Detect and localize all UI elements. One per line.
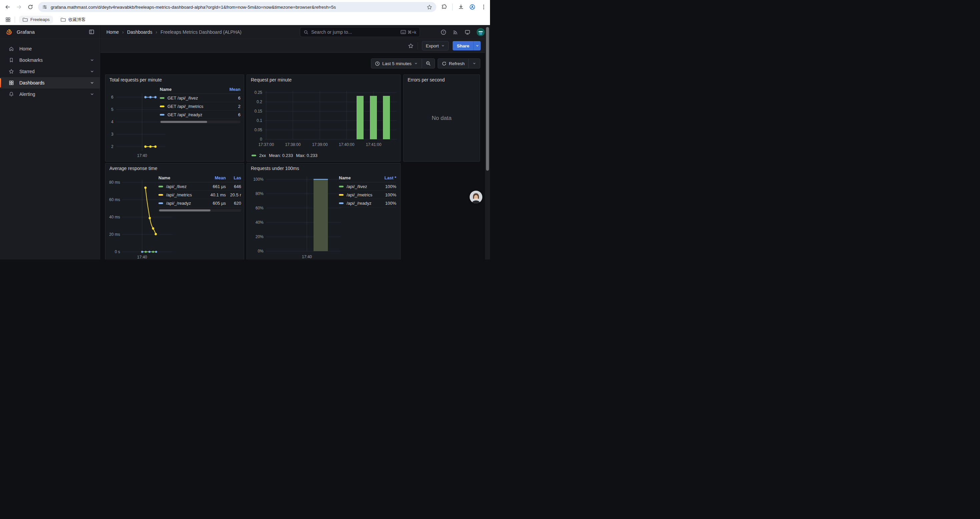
reload-icon[interactable] (27, 4, 33, 10)
series-name: /api/_/readyz (166, 201, 204, 206)
forward-icon[interactable] (16, 4, 22, 10)
series-name: /api/_/livez (166, 184, 204, 189)
legend-row[interactable]: /api/_/metrics 100% (339, 191, 396, 199)
legend-header-mean[interactable]: Mean (204, 175, 226, 180)
export-button[interactable]: Export (422, 41, 449, 50)
help-icon[interactable]: ? (441, 29, 446, 35)
bar-chart[interactable]: 0.25 0.2 0.15 0.1 0.05 0 17:37:00 17:38:… (249, 85, 399, 149)
legend-header-name[interactable]: Name (339, 175, 380, 180)
series-color-pill (251, 155, 256, 156)
user-avatar[interactable] (477, 28, 485, 36)
legend-row[interactable]: /api/_/livez 661 µs 646 (158, 182, 241, 191)
legend-scrollbar[interactable] (160, 121, 240, 123)
address-bar[interactable]: grafana.mathmast.com/d/deytv4rwavabkb/fr… (38, 2, 436, 12)
favorite-star-icon[interactable] (408, 43, 414, 49)
bookmark-star-icon[interactable] (426, 4, 432, 10)
sidebar-item-home[interactable]: Home (0, 43, 100, 54)
refresh-interval-button[interactable] (468, 59, 480, 68)
panel-title[interactable]: Request per minute (247, 75, 400, 83)
no-data-message: No data (432, 115, 452, 121)
panel-title[interactable]: Average response time (105, 163, 244, 171)
sidebar: Grafana Home Bookmarks Starred (0, 25, 100, 260)
chevron-down-icon[interactable] (90, 80, 94, 85)
legend-header-last[interactable]: Las (226, 175, 241, 180)
panel-title[interactable]: Errors per second (404, 75, 480, 83)
svg-text:?: ? (442, 30, 444, 34)
breadcrumb-separator: › (122, 29, 124, 35)
sidebar-item-bookmarks[interactable]: Bookmarks (0, 54, 100, 66)
folder-icon (60, 17, 66, 22)
download-icon[interactable] (458, 4, 464, 10)
news-rss-icon[interactable] (453, 29, 458, 35)
legend-header-mean[interactable]: Mean (224, 87, 240, 92)
search-shortcut: ⌘+k (401, 30, 416, 35)
legend-row[interactable]: /api/_/readyz 100% (339, 199, 396, 208)
collapse-sidebar-icon[interactable] (89, 29, 94, 35)
grafana-logo[interactable] (5, 29, 13, 36)
site-settings-icon[interactable] (42, 4, 48, 10)
svg-text:3: 3 (111, 132, 113, 137)
series-last: 100% (380, 192, 396, 197)
breadcrumb-home[interactable]: Home (107, 29, 119, 35)
svg-text:0.15: 0.15 (255, 109, 262, 113)
legend-row[interactable]: /api/_/livez 100% (339, 182, 396, 191)
chevron-down-icon[interactable] (90, 69, 94, 74)
browser-menu-icon[interactable] (480, 4, 487, 10)
breadcrumb-dashboards[interactable]: Dashboards (127, 29, 153, 35)
extensions-icon[interactable] (441, 4, 447, 10)
legend-scrollbar[interactable] (158, 209, 241, 212)
bookmark-folder-blogs[interactable]: 收藏博客 (57, 15, 89, 24)
svg-text:5: 5 (111, 107, 113, 112)
search-input[interactable]: Search or jump to... ⌘+k (300, 27, 420, 37)
profile-icon[interactable] (469, 4, 475, 10)
legend-inline[interactable]: 2xx Mean: 0.233 Max: 0.233 (251, 153, 318, 158)
bar-chart[interactable]: 100% 80% 60% 40% 20% 0% 17:40 (249, 172, 342, 260)
legend-row[interactable]: GET /api/_/livez 6 (160, 94, 240, 102)
chevron-down-icon[interactable] (90, 92, 94, 96)
chevron-down-icon[interactable] (90, 58, 94, 62)
back-icon[interactable] (5, 4, 11, 10)
series-name: GET /api/_/metrics (167, 104, 224, 109)
sidebar-item-dashboards[interactable]: Dashboards (0, 77, 100, 88)
url-text[interactable]: grafana.mathmast.com/d/deytv4rwavabkb/fr… (51, 5, 426, 10)
legend-row[interactable]: GET /api/_/metrics 2 (160, 102, 240, 110)
timeseries-chart[interactable]: 6 5 4 3 2 17:40 (107, 85, 167, 161)
legend-row[interactable]: /api/_/metrics 40.1 ms 20.5 r (158, 191, 241, 199)
sidebar-item-alerting[interactable]: Alerting (0, 88, 100, 100)
panel-title[interactable]: Requests under 100ms (247, 163, 400, 171)
svg-text:20 ms: 20 ms (109, 232, 120, 237)
legend-header-last[interactable]: Last * (380, 175, 396, 180)
sidebar-item-starred[interactable]: Starred (0, 66, 100, 77)
chevron-down-icon (414, 61, 418, 65)
legend-row[interactable]: /api/_/readyz 605 µs 620 (158, 199, 241, 208)
grafana-app: Grafana Home Bookmarks Starred (0, 25, 490, 260)
bookmark-folder-freeleaps[interactable]: Freeleaps (19, 16, 53, 24)
apps-grid-icon[interactable] (5, 17, 11, 22)
time-range-label: Last 5 minutes (382, 61, 412, 66)
svg-text:100%: 100% (253, 177, 264, 182)
share-button[interactable]: Share (453, 41, 480, 50)
refresh-button[interactable]: Refresh (438, 59, 468, 68)
zoom-out-button[interactable] (422, 59, 434, 68)
legend-header-name[interactable]: Name (158, 175, 204, 180)
share-menu-button[interactable] (473, 41, 480, 50)
legend-table: Name Last * /api/_/livez 100% /api/_/met… (339, 175, 396, 208)
breadcrumb: Home › Dashboards › Freeleaps Metrics Da… (107, 29, 242, 35)
kiosk-monitor-icon[interactable] (465, 29, 470, 35)
series-name: /api/_/metrics (166, 192, 204, 197)
legend-row[interactable]: GET /api/_/readyz 6 (160, 110, 240, 119)
share-label[interactable]: Share (453, 41, 473, 50)
legend-header-name[interactable]: Name (160, 87, 224, 92)
browser-toolbar: grafana.mathmast.com/d/deytv4rwavabkb/fr… (0, 0, 490, 14)
time-range-picker[interactable]: Last 5 minutes (371, 59, 422, 68)
svg-text:60%: 60% (256, 206, 264, 211)
series-name: /api/_/metrics (347, 192, 380, 197)
scrollbar-thumb[interactable] (486, 27, 489, 171)
sidebar-item-label: Starred (19, 69, 35, 74)
legend-header: Name Last * (339, 175, 396, 182)
svg-text:4: 4 (111, 120, 113, 124)
brand-name[interactable]: Grafana (17, 29, 89, 35)
shortcut-label: ⌘+k (407, 30, 416, 35)
floating-assistant-avatar[interactable] (470, 191, 482, 203)
panel-title[interactable]: Total requests per minute (105, 75, 244, 83)
